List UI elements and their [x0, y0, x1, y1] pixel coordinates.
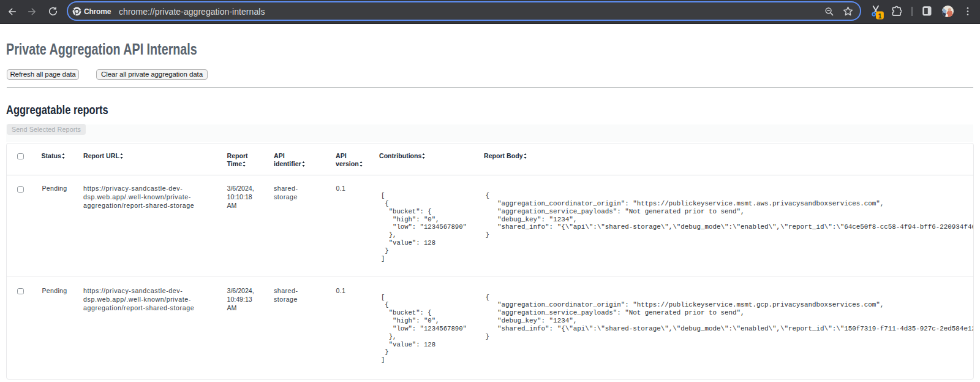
svg-text:1: 1: [878, 13, 882, 20]
